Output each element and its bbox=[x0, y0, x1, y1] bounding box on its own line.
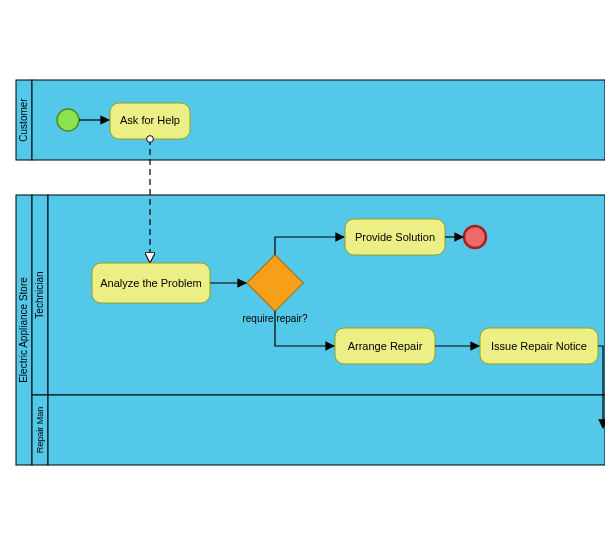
task-arrange-repair-label: Arrange Repair bbox=[348, 340, 423, 352]
lane-repairman-title: Repair Man bbox=[35, 407, 45, 454]
task-provide-solution[interactable]: Provide Solution bbox=[345, 219, 445, 255]
svg-point-10 bbox=[464, 226, 486, 248]
task-ask-for-help-label: Ask for Help bbox=[120, 114, 180, 126]
bpmn-diagram: Customer Electric Appliance Store Techni… bbox=[0, 0, 605, 540]
task-provide-solution-label: Provide Solution bbox=[355, 231, 435, 243]
task-ask-for-help[interactable]: Ask for Help bbox=[110, 103, 190, 139]
task-analyze-problem[interactable]: Analyze the Problem bbox=[92, 263, 210, 303]
pool-store-title: Electric Appliance Store bbox=[18, 277, 29, 383]
task-issue-repair-notice[interactable]: Issue Repair Notice bbox=[480, 328, 598, 364]
lane-technician-title: Technician bbox=[34, 271, 45, 318]
start-event[interactable] bbox=[57, 109, 79, 131]
task-analyze-problem-label: Analyze the Problem bbox=[100, 277, 202, 289]
svg-point-5 bbox=[57, 109, 79, 131]
lane-repairman[interactable] bbox=[48, 395, 605, 465]
task-arrange-repair[interactable]: Arrange Repair bbox=[335, 328, 435, 364]
end-event[interactable] bbox=[464, 226, 486, 248]
pool-customer-title: Customer bbox=[18, 98, 29, 142]
task-issue-repair-notice-label: Issue Repair Notice bbox=[491, 340, 587, 352]
